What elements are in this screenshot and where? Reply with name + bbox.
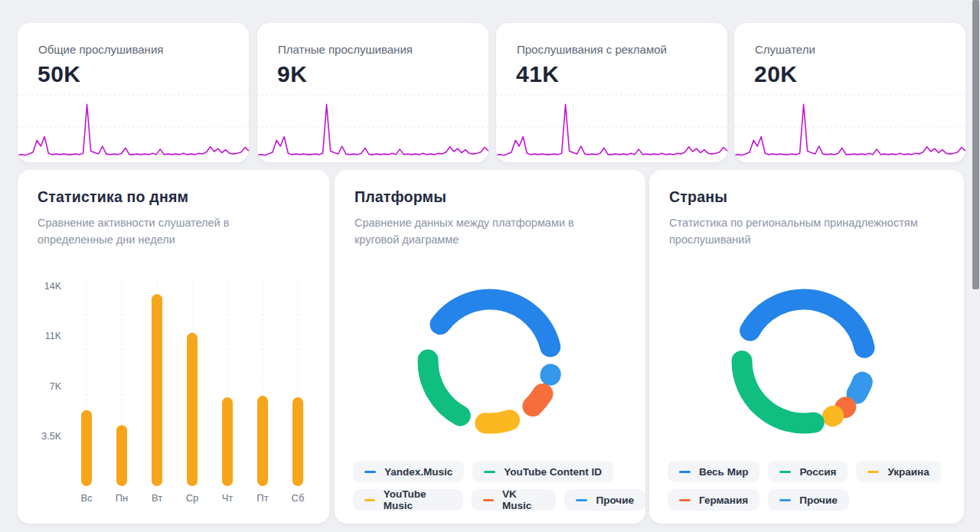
legend-row: Весь МирРоссияУкраина [668,461,941,482]
legend-item-label: Прочие [596,494,634,506]
legend-item-label: Прочие [799,494,838,506]
legend-row: YouTube MusicVK MusicПрочие [353,489,645,511]
sparkline-chart [734,90,965,160]
sparkline-chart [257,90,488,160]
legend-color-dash-icon [867,471,879,473]
legend-row: ГерманияПрочие [668,489,941,511]
stat-card-value: 50K [38,61,249,87]
legend-color-dash-icon [779,471,791,473]
sparkline-chart [496,90,727,160]
legend-item[interactable]: Украина [856,461,940,482]
legend-item-label: VK Music [502,488,544,511]
stat-card-label: Слушатели [755,43,965,56]
platforms-panel: Платформы Сравнение данных между платфор… [335,170,645,524]
stat-card-value: 41K [516,61,727,87]
stat-card: Общие прослушивания 50K [18,23,249,162]
svg-text:Пт: Пт [256,492,268,504]
svg-text:3.5K: 3.5K [41,431,61,442]
stat-card-value: 9K [277,61,488,87]
stat-card-label: Общие прослушивания [38,43,249,56]
countries-panel: Страны Статистика по региональным принад… [649,170,964,524]
svg-text:7K: 7K [50,381,62,392]
scrollbar-thumb[interactable] [972,0,979,289]
legend-item-label: Германия [699,494,748,506]
platforms-legend: Yandex.MusicYouTube Content IDYouTube Mu… [353,461,645,511]
legend-color-dash-icon [364,471,376,473]
stat-card-label: Платные прослушивания [278,43,488,56]
legend-color-dash-icon [483,499,494,501]
legend-item-label: Украина [887,466,929,478]
daily-bar-chart: 3.5K7K11K14KВсПнВтСрЧтПтСб [18,170,329,524]
svg-text:Вт: Вт [152,492,162,504]
legend-color-dash-icon [679,471,691,473]
legend-item[interactable]: YouTube Content ID [472,461,613,482]
svg-text:14K: 14K [44,281,62,292]
legend-item-label: Весь Мир [699,466,748,478]
legend-item-label: YouTube Music [384,488,452,511]
stat-card: Прослушивания с рекламой 41K [496,23,727,162]
legend-item-label: Россия [799,466,836,478]
legend-item[interactable]: Yandex.Music [353,461,464,482]
stat-card-value: 20K [754,61,965,87]
daily-stats-panel: Статистика по дням Сравнение активности … [18,170,329,524]
legend-color-dash-icon [779,499,791,501]
legend-item[interactable]: Германия [668,489,760,511]
legend-item-label: YouTube Content ID [504,466,602,478]
svg-text:Ср: Ср [186,492,199,504]
scrollbar-track[interactable] [970,0,980,532]
legend-color-dash-icon [679,499,691,501]
countries-panel-title: Страны [669,188,964,206]
legend-item[interactable]: Прочие [564,489,645,511]
legend-color-dash-icon [364,499,375,501]
legend-row: Yandex.MusicYouTube Content ID [353,461,645,482]
svg-text:Чт: Чт [222,492,234,504]
countries-panel-subtitle: Статистика по региональным принадлежност… [669,214,933,249]
countries-legend: Весь МирРоссияУкраинаГерманияПрочие [668,461,941,511]
platforms-panel-subtitle: Сравнение данных между платформами в кру… [354,214,584,249]
platforms-donut-chart [406,277,574,446]
sparkline-chart [18,90,249,160]
legend-item[interactable]: Прочие [768,489,849,511]
platforms-panel-title: Платформы [354,188,645,206]
legend-item[interactable]: Россия [768,461,848,482]
stat-card-label: Прослушивания с рекламой [517,43,727,56]
stat-card: Платные прослушивания 9K [257,23,488,162]
countries-donut-chart [720,277,888,446]
svg-text:Вс: Вс [80,492,93,504]
legend-item[interactable]: VK Music [472,489,556,511]
legend-item[interactable]: Весь Мир [668,461,760,482]
legend-color-dash-icon [484,471,495,473]
legend-color-dash-icon [576,499,587,501]
legend-item-label: Yandex.Music [384,466,452,478]
stat-card: Слушатели 20K [734,23,965,162]
svg-text:11K: 11K [45,331,62,341]
svg-text:Пн: Пн [116,492,129,504]
legend-item[interactable]: YouTube Music [353,489,463,511]
svg-text:Сб: Сб [292,492,305,504]
